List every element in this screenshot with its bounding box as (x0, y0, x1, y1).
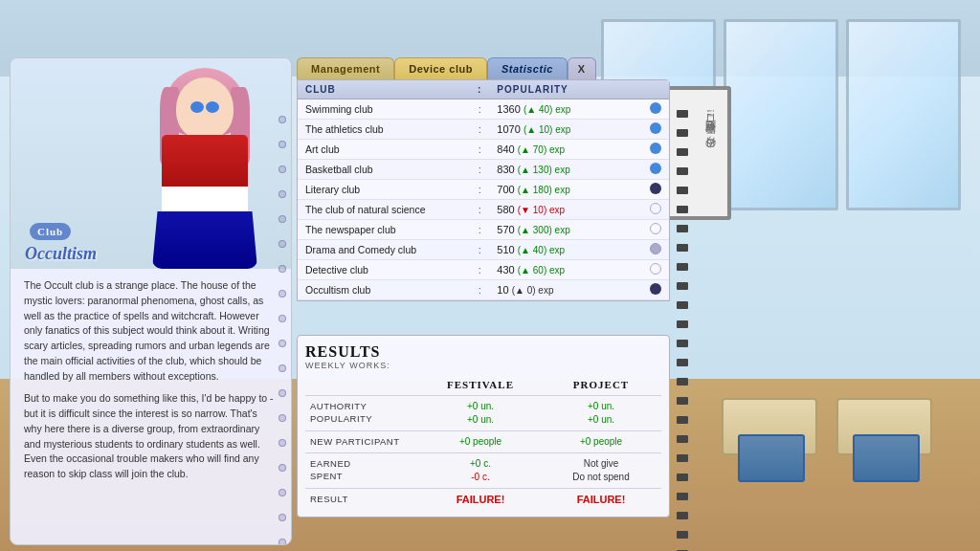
club-indicator-cell (642, 160, 669, 180)
description-text: The Occult club is a strange place. The … (24, 278, 278, 482)
scroll-dot-1[interactable] (278, 116, 286, 123)
club-indicator-cell (642, 180, 669, 200)
sidebar-bar-17[interactable] (677, 416, 688, 424)
table-row[interactable]: Detective club : 430 (▲ 60) exp (298, 260, 669, 280)
tab-device-club[interactable]: Device club (394, 57, 487, 79)
sidebar-bar-12[interactable] (677, 320, 688, 328)
left-panel: Club Occultism The Occult club is a stra… (10, 57, 292, 545)
row-indicator (650, 283, 661, 295)
club-pop-cell: 570 (▲ 300) exp (489, 220, 642, 240)
sidebar-bar-19[interactable] (677, 454, 688, 462)
club-pop-cell: 10 (▲ 0) exp (489, 280, 642, 300)
table-row[interactable]: Literary club : 700 (▲ 180) exp (298, 180, 669, 200)
desk-area (722, 398, 932, 455)
scroll-dot-18[interactable] (278, 539, 286, 545)
scroll-dot-7[interactable] (278, 265, 286, 273)
club-indicator-cell (642, 240, 669, 260)
sidebar-bar-20[interactable] (677, 474, 688, 481)
sidebar-bar-10[interactable] (677, 282, 688, 290)
table-container: Club : Popularity Swimming club : 1360 (… (297, 79, 670, 301)
sidebar-bar-9[interactable] (677, 263, 688, 271)
club-name-cell: Basketball club (298, 160, 470, 180)
char-torso (162, 135, 248, 221)
club-pop-cell: 1360 (▲ 40) exp (489, 99, 642, 120)
scroll-dot-4[interactable] (278, 190, 286, 198)
scroll-dot-10[interactable] (278, 340, 286, 347)
scroll-dot-16[interactable] (278, 489, 286, 496)
table-row[interactable]: Occultism club : 10 (▲ 0) exp (298, 280, 669, 300)
window-pane-2 (724, 19, 838, 210)
scroll-dot-14[interactable] (278, 439, 286, 447)
desk-1 (722, 398, 817, 455)
tab-close[interactable]: X (568, 57, 596, 79)
table-row[interactable]: Drama and Comedy club : 510 (▲ 40) exp (298, 240, 669, 260)
scroll-dot-3[interactable] (278, 165, 286, 173)
table-row[interactable]: Art club : 840 (▲ 70) exp (298, 140, 669, 160)
club-sep-cell: : (470, 140, 489, 160)
char-eye-left (190, 101, 204, 113)
sidebar-bar-23[interactable] (677, 531, 688, 539)
club-name-cell: Occultism club (298, 280, 470, 300)
chair-2 (853, 434, 920, 482)
sidebar-bar-13[interactable] (677, 340, 688, 347)
table-row[interactable]: Basketball club : 830 (▲ 130) exp (298, 160, 669, 180)
sidebar-bar-1[interactable] (677, 110, 688, 118)
right-sidebar-bars (677, 110, 688, 551)
rg-label-result: Result (305, 491, 420, 509)
row-indicator (650, 183, 661, 194)
rg-project-earned: Not giveDo not spend (541, 455, 661, 486)
table-row[interactable]: The newspaper club : 570 (▲ 300) exp (298, 220, 669, 240)
sidebar-bar-15[interactable] (677, 378, 688, 386)
sidebar-bar-3[interactable] (677, 148, 688, 156)
sidebar-bar-14[interactable] (677, 359, 688, 366)
tab-management[interactable]: Management (297, 57, 394, 79)
sidebar-bar-5[interactable] (677, 187, 688, 194)
scroll-dot-8[interactable] (278, 290, 286, 298)
sidebar-bar-22[interactable] (677, 512, 688, 519)
scroll-dot-6[interactable] (278, 240, 286, 248)
sidebar-bar-7[interactable] (677, 225, 688, 232)
scroll-dot-11[interactable] (278, 364, 286, 372)
char-skirt (152, 211, 257, 269)
table-row[interactable]: The club of natural science : 580 (▼ 10)… (298, 200, 669, 220)
scroll-dot-5[interactable] (278, 215, 286, 223)
character-sprite (128, 77, 281, 269)
scroll-dot-13[interactable] (278, 414, 286, 422)
char-eye-right (206, 101, 219, 113)
char-head (176, 77, 234, 140)
club-name-cell: Detective club (298, 260, 470, 280)
club-pop-cell: 830 (▲ 130) exp (489, 160, 642, 180)
scroll-dot-12[interactable] (278, 389, 286, 397)
club-sep-cell: : (470, 240, 489, 260)
sidebar-bar-6[interactable] (677, 206, 688, 213)
club-pop-cell: 1070 (▲ 10) exp (489, 120, 642, 140)
table-row[interactable]: Swimming club : 1360 (▲ 40) exp (298, 99, 669, 120)
sidebar-bar-2[interactable] (677, 129, 688, 137)
row-indicator (650, 163, 661, 174)
scroll-dot-9[interactable] (278, 315, 286, 322)
results-weekly-label: Weekly works: (305, 361, 661, 370)
rg-project-participant: +0 people (541, 433, 661, 451)
scroll-dot-15[interactable] (278, 464, 286, 472)
desk-2 (836, 398, 932, 455)
tab-statistic[interactable]: Statisctic (487, 57, 568, 79)
club-indicator-cell (642, 220, 669, 240)
club-sep-cell: : (470, 120, 489, 140)
rg-divider-4 (305, 488, 661, 489)
sidebar-bar-18[interactable] (677, 435, 688, 443)
rg-label-authority: AuthorityPopularity (305, 398, 420, 429)
rg-divider-3 (305, 452, 661, 453)
club-pop-cell: 430 (▲ 60) exp (489, 260, 642, 280)
sidebar-bar-4[interactable] (677, 167, 688, 175)
chair-1 (738, 434, 805, 482)
row-indicator (650, 223, 661, 234)
sidebar-bar-11[interactable] (677, 301, 688, 309)
rg-festivale-earned: +0 c. -0 c. (420, 455, 541, 486)
scroll-dot-17[interactable] (278, 514, 286, 521)
rg-label-earned: EarnedSpent (305, 455, 420, 486)
sidebar-bar-8[interactable] (677, 244, 688, 252)
scroll-dot-2[interactable] (278, 141, 286, 148)
sidebar-bar-16[interactable] (677, 397, 688, 405)
sidebar-bar-21[interactable] (677, 493, 688, 500)
table-row[interactable]: The athletics club : 1070 (▲ 10) exp (298, 120, 669, 140)
